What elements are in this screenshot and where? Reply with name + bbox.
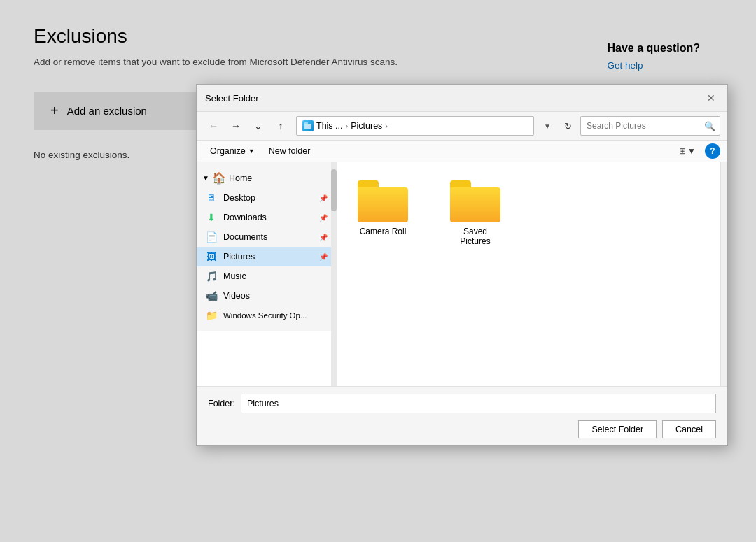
sidebar: ▼ 🏠 Home 🖥 Desktop 📌 ⬇ Downloads 📌 📄 D — [197, 162, 337, 331]
home-icon: 🏠 — [212, 171, 226, 185]
camera-roll-label: Camera Roll — [360, 227, 407, 236]
dialog-close-button[interactable]: ✕ — [704, 90, 719, 106]
home-group-label: Home — [229, 173, 252, 183]
dialog-buttons: Select Folder Cancel — [208, 420, 716, 438]
sidebar-item-windows-security[interactable]: 📁 Windows Security Op... — [197, 306, 336, 325]
toolbar-right: ⊞ ▼ ? — [674, 143, 720, 159]
saved-pictures-folder-icon — [450, 180, 500, 222]
home-chevron-icon: ▼ — [202, 174, 209, 182]
breadcrumb-sep1: › — [346, 122, 349, 130]
pin-icon: 📌 — [319, 194, 328, 202]
file-item-camera-roll[interactable]: Camera Roll — [348, 173, 418, 253]
breadcrumb-bar[interactable]: This ... › Pictures › — [296, 116, 534, 136]
files-row: Camera Roll Saved Pictures — [348, 173, 716, 253]
sidebar-item-videos-label: Videos — [223, 291, 250, 301]
dialog-title-label: Select Folder — [205, 93, 259, 104]
organize-arrow-icon: ▼ — [248, 148, 255, 155]
svg-rect-0 — [304, 124, 312, 129]
view-dropdown-icon: ▼ — [687, 146, 696, 156]
select-folder-button[interactable]: Select Folder — [578, 420, 657, 438]
new-folder-label: New folder — [269, 146, 311, 156]
pin-icon-downloads: 📌 — [319, 214, 328, 222]
pin-icon-pictures: 📌 — [319, 253, 328, 261]
camera-roll-folder-icon — [358, 180, 408, 222]
breadcrumb-thispc: This ... — [316, 121, 343, 131]
breadcrumb-icon — [302, 120, 314, 131]
sidebar-item-pictures-label: Pictures — [223, 252, 255, 262]
sidebar-item-music[interactable]: 🎵 Music — [197, 266, 336, 286]
documents-icon: 📄 — [205, 231, 218, 243]
sidebar-scrollbar-thumb — [331, 169, 337, 211]
search-submit-button[interactable]: 🔍 — [700, 116, 720, 136]
search-box: 🔍 — [580, 116, 720, 136]
sidebar-item-videos[interactable]: 📹 Videos — [197, 286, 336, 306]
sidebar-item-downloads-label: Downloads — [223, 213, 267, 222]
organize-button[interactable]: Organize ▼ — [204, 143, 261, 159]
folder-input[interactable] — [241, 394, 716, 413]
back-button[interactable]: ← — [204, 116, 223, 136]
sidebar-item-pictures[interactable]: 🖼 Pictures 📌 — [197, 247, 336, 266]
select-folder-dialog: Select Folder ✕ ← → ⌄ ↑ This ... › Pictu… — [196, 84, 728, 446]
sidebar-item-windows-security-label: Windows Security Op... — [223, 311, 307, 320]
sidebar-group-home[interactable]: ▼ 🏠 Home — [197, 168, 336, 188]
file-area-scrollbar[interactable] — [720, 162, 727, 386]
saved-pictures-label: Saved Pictures — [447, 227, 503, 246]
folder-input-row: Folder: — [208, 394, 716, 413]
new-folder-button[interactable]: New folder — [262, 143, 317, 159]
svg-rect-1 — [304, 122, 308, 124]
sidebar-item-documents-label: Documents — [223, 232, 267, 242]
pictures-icon: 🖼 — [205, 250, 218, 263]
file-item-saved-pictures[interactable]: Saved Pictures — [440, 173, 510, 253]
view-options-button[interactable]: ⊞ ▼ — [674, 143, 701, 159]
desktop-icon: 🖥 — [205, 192, 218, 204]
breadcrumb-pictures: Pictures — [351, 121, 382, 131]
toolbar: Organize ▼ New folder ⊞ ▼ ? — [197, 141, 727, 162]
videos-icon: 📹 — [205, 290, 218, 302]
organize-label: Organize — [210, 146, 246, 156]
folder-label: Folder: — [208, 399, 235, 408]
windows-security-icon: 📁 — [205, 309, 218, 322]
search-input[interactable] — [581, 121, 700, 131]
pin-icon-documents: 📌 — [319, 234, 328, 241]
cancel-button[interactable]: Cancel — [662, 420, 716, 438]
content-area: ▼ 🏠 Home 🖥 Desktop 📌 ⬇ Downloads 📌 📄 D — [197, 162, 727, 386]
breadcrumb-sep2: › — [385, 122, 388, 130]
sidebar-item-downloads[interactable]: ⬇ Downloads 📌 — [197, 208, 336, 227]
forward-button[interactable]: → — [226, 116, 246, 136]
dialog-help-button[interactable]: ? — [705, 143, 720, 159]
sidebar-scrollbar[interactable] — [331, 162, 337, 386]
music-icon: 🎵 — [205, 270, 218, 283]
dialog-footer: Folder: Select Folder Cancel — [197, 386, 727, 445]
sidebar-item-music-label: Music — [223, 271, 246, 281]
sidebar-item-desktop-label: Desktop — [223, 193, 255, 203]
downloads-icon: ⬇ — [205, 211, 218, 224]
file-area: Camera Roll Saved Pictures — [337, 162, 727, 386]
sidebar-wrapper: ▼ 🏠 Home 🖥 Desktop 📌 ⬇ Downloads 📌 📄 D — [197, 162, 337, 386]
nav-bar: ← → ⌄ ↑ This ... › Pictures › ▼ ↻ 🔍 — [197, 112, 727, 141]
refresh-button[interactable]: ↻ — [558, 116, 578, 136]
up-button[interactable]: ↑ — [271, 116, 290, 136]
sidebar-item-documents[interactable]: 📄 Documents 📌 — [197, 227, 336, 247]
view-icon: ⊞ — [679, 146, 686, 156]
address-dropdown-button[interactable]: ▼ — [540, 116, 555, 136]
recent-locations-button[interactable]: ⌄ — [248, 116, 268, 136]
sidebar-item-desktop[interactable]: 🖥 Desktop 📌 — [197, 188, 336, 208]
dialog-titlebar: Select Folder ✕ — [197, 85, 727, 112]
